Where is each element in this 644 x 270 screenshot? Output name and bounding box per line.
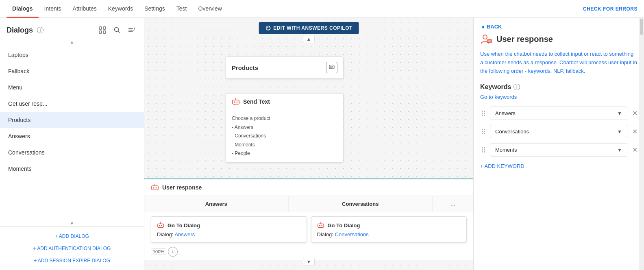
keyword-remove-2[interactable]: ✕ <box>632 128 637 135</box>
keyword-dropdown-icon-3: ▼ <box>617 147 622 153</box>
user-response-icon <box>151 183 159 192</box>
svg-rect-2 <box>99 31 102 33</box>
sidebar-item-moments[interactable]: Moments <box>0 161 144 177</box>
right-panel-scrollbar[interactable] <box>639 18 644 270</box>
goto-conversations-dialog: Dialog: Conversations <box>317 231 461 237</box>
copilot-button[interactable]: EDIT WITH ANSWERS COPILOT <box>259 22 359 34</box>
goto-conversations-title: Go To Dialog <box>328 222 360 229</box>
svg-point-17 <box>234 102 235 103</box>
grid-view-button[interactable] <box>97 24 108 36</box>
products-node-chat-icon[interactable] <box>326 62 337 73</box>
top-nav: Dialogs Intents Attributes Keywords Sett… <box>0 0 644 18</box>
goto-conversations-robot-icon <box>317 222 324 229</box>
rp-user-response-icon <box>480 33 492 45</box>
tab-attributes[interactable]: Attributes <box>67 0 102 18</box>
canvas-content: Products <box>144 34 473 270</box>
rp-description: Use when the chatbot needs to collect in… <box>480 50 637 75</box>
sidebar-item-conversations[interactable]: Conversations <box>0 144 144 161</box>
check-errors-button[interactable]: CHECK FOR ERRORS <box>583 6 637 12</box>
add-keyword-button[interactable]: + ADD KEYWORD <box>480 161 637 171</box>
goto-conversations-link[interactable]: Conversations <box>335 231 369 237</box>
keyword-row-1: Answers ▼ ✕ <box>480 107 637 120</box>
drag-handle-2[interactable] <box>480 127 487 136</box>
sidebar-item-getuserresp[interactable]: Get user resp... <box>0 96 144 112</box>
goto-nodes-row: Go To Dialog Dialog: Answers <box>144 212 473 247</box>
svg-line-5 <box>118 31 120 33</box>
main-layout: Dialogs i <box>0 18 644 270</box>
user-response-section: User response Answers Conversations … <box>144 179 473 260</box>
keyword-select-1[interactable]: Answers ▼ <box>490 107 627 120</box>
back-button[interactable]: ◄ BACK <box>474 18 644 33</box>
keyword-select-3[interactable]: Moments ▼ <box>490 143 627 157</box>
robot-icon <box>232 98 240 106</box>
keyword-remove-3[interactable]: ✕ <box>632 146 637 154</box>
svg-point-41 <box>320 222 321 223</box>
svg-rect-0 <box>99 27 102 29</box>
sidebar-item-answers[interactable]: Answers <box>0 128 144 144</box>
sidebar-scroll-down[interactable]: ▼ <box>0 220 144 226</box>
keyword-row-2: Conversations ▼ ✕ <box>480 125 637 138</box>
send-text-header: Send Text <box>226 94 343 110</box>
canvas-scroll-down[interactable]: ▼ <box>303 258 315 266</box>
dialogs-info-icon[interactable]: i <box>37 27 44 33</box>
ur-tab-more[interactable]: … <box>433 196 473 212</box>
send-text-title: Send Text <box>243 98 270 105</box>
tab-test[interactable]: Test <box>171 0 193 18</box>
keyword-select-2[interactable]: Conversations ▼ <box>490 125 627 138</box>
goto-answers-header: Go To Dialog <box>157 222 301 229</box>
sidebar-item-fallback[interactable]: Fallback <box>0 63 144 79</box>
send-text-node: Send Text Choose a product - Answers - C… <box>226 93 344 163</box>
add-auth-dialog-button[interactable]: + ADD AUTHENTICATION DIALOG <box>7 244 137 253</box>
svg-point-33 <box>159 225 160 226</box>
svg-point-18 <box>237 102 238 103</box>
tab-overview[interactable]: Overview <box>193 0 228 18</box>
keyword-remove-1[interactable]: ✕ <box>632 109 637 117</box>
rp-description-highlight: user input <box>608 59 631 65</box>
search-button[interactable] <box>111 24 123 36</box>
sidebar-item-menu[interactable]: Menu <box>0 79 144 96</box>
keyword-dropdown-icon-2: ▼ <box>617 129 622 135</box>
ur-tab-conversations[interactable]: Conversations <box>289 196 433 212</box>
user-response-header: User response <box>144 179 473 196</box>
keywords-info-icon[interactable]: i <box>513 84 520 90</box>
go-to-keywords-link[interactable]: Go to keywords <box>480 94 637 100</box>
goto-answers-dialog: Dialog: Answers <box>157 231 301 237</box>
collapse-button[interactable] <box>126 24 137 36</box>
products-node-header: Products <box>226 57 343 78</box>
svg-rect-25 <box>152 186 158 190</box>
svg-point-20 <box>235 98 236 99</box>
svg-point-42 <box>483 35 487 39</box>
add-goto-button[interactable]: + <box>168 247 178 257</box>
add-dialog-button[interactable]: + ADD DIALOG <box>7 232 137 241</box>
canvas-scroll-up[interactable]: ▲ <box>303 35 315 43</box>
goto-answers-node: Go To Dialog Dialog: Answers <box>151 216 307 243</box>
svg-point-10 <box>267 27 268 28</box>
tab-intents[interactable]: Intents <box>39 0 67 18</box>
sidebar-actions <box>97 24 137 36</box>
tab-keywords[interactable]: Keywords <box>102 0 139 18</box>
svg-point-34 <box>161 225 162 226</box>
svg-rect-37 <box>318 224 323 227</box>
pct-badge: 100% <box>151 248 166 255</box>
svg-point-36 <box>160 222 161 223</box>
drag-handle-3[interactable] <box>480 146 487 154</box>
svg-point-26 <box>153 187 154 189</box>
drag-handle-1[interactable] <box>480 109 487 118</box>
sidebar-title: Dialogs <box>7 26 33 35</box>
add-session-dialog-button[interactable]: + ADD SESSION EXPIRE DIALOG <box>7 256 137 265</box>
tab-settings[interactable]: Settings <box>139 0 171 18</box>
goto-answers-link[interactable]: Answers <box>174 231 195 237</box>
sidebar-item-laptops[interactable]: Laptops <box>0 47 144 63</box>
products-node-title: Products <box>232 64 258 71</box>
right-panel: ◄ BACK User response <box>473 18 644 270</box>
svg-point-29 <box>154 184 155 185</box>
svg-point-39 <box>321 225 322 226</box>
sidebar-scroll-up[interactable]: ▲ <box>0 39 144 45</box>
ur-tab-answers[interactable]: Answers <box>144 196 289 212</box>
copilot-icon <box>265 25 271 31</box>
svg-point-11 <box>268 27 269 28</box>
svg-rect-3 <box>103 31 106 33</box>
sidebar: Dialogs i <box>0 18 144 270</box>
tab-dialogs[interactable]: Dialogs <box>7 0 39 18</box>
sidebar-item-products[interactable]: Products <box>0 112 144 128</box>
